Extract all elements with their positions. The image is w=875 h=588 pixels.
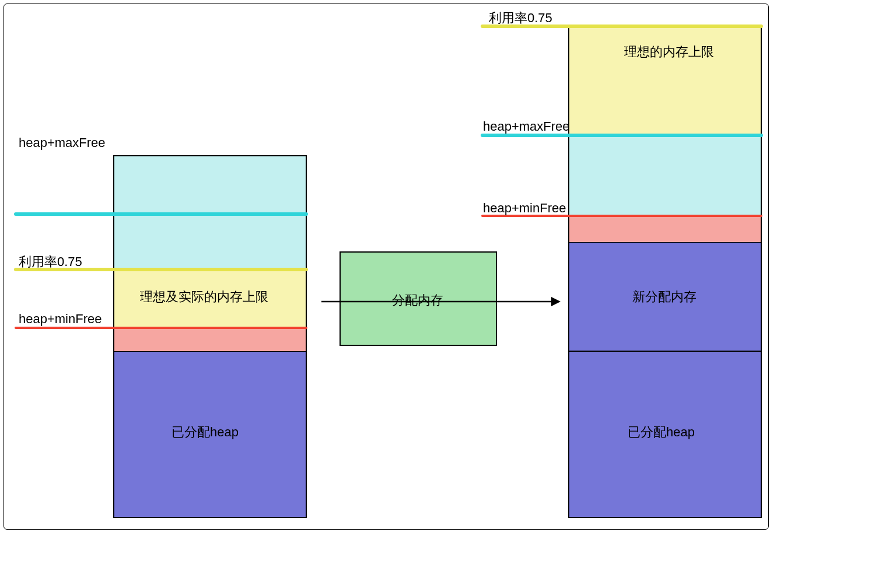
- right-maxfree-label: heap+maxFree: [483, 119, 570, 134]
- right-cyan-zone: [569, 135, 761, 216]
- left-minfree-label: heap+minFree: [19, 312, 102, 327]
- right-ideal-label: 理想的内存上限: [624, 43, 714, 61]
- left-maxfree-label: heap+maxFree: [19, 135, 106, 150]
- left-minfree-band: [114, 328, 306, 351]
- right-minfree-label: heap+minFree: [483, 201, 566, 216]
- left-utilization-label: 利用率0.75: [19, 253, 82, 271]
- diagram-svg: [4, 4, 769, 530]
- right-minfree-band: [569, 216, 761, 242]
- arrow-head: [551, 297, 561, 306]
- allocate-label: 分配内存: [392, 292, 443, 309]
- right-utilization-label: 利用率0.75: [489, 9, 552, 27]
- right-allocated-label: 已分配heap: [628, 424, 695, 441]
- left-allocated-label: 已分配heap: [172, 424, 239, 441]
- left-ideal-label: 理想及实际的内存上限: [140, 288, 268, 306]
- right-new-label: 新分配内存: [632, 288, 696, 306]
- diagram-stage: heap+maxFree 利用率0.75 heap+minFree 理想及实际的…: [0, 0, 875, 588]
